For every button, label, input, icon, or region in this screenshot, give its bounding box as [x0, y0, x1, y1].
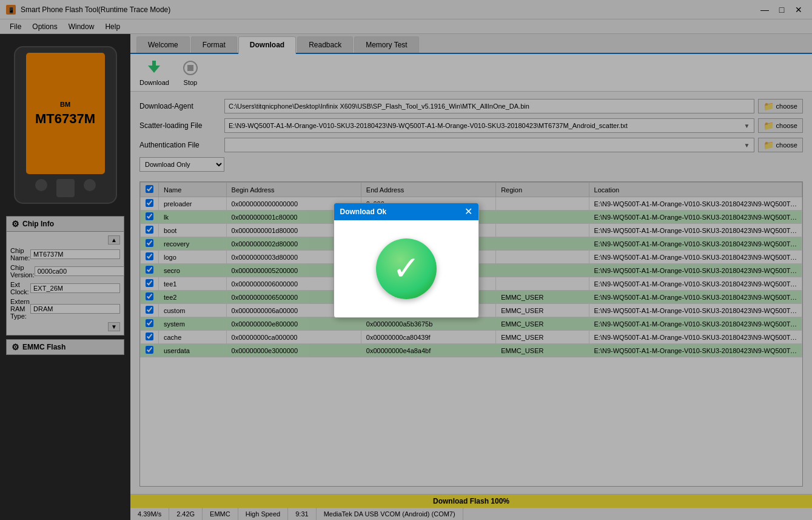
modal-body: ✓ — [334, 220, 478, 317]
checkmark: ✓ — [392, 252, 420, 285]
download-ok-modal: Download Ok ✕ ✓ — [334, 203, 479, 318]
modal-title: Download Ok — [340, 208, 387, 216]
modal-header: Download Ok ✕ — [334, 203, 478, 220]
success-icon: ✓ — [376, 238, 437, 299]
modal-overlay: Download Ok ✕ ✓ — [0, 0, 812, 520]
modal-close-button[interactable]: ✕ — [465, 207, 472, 217]
